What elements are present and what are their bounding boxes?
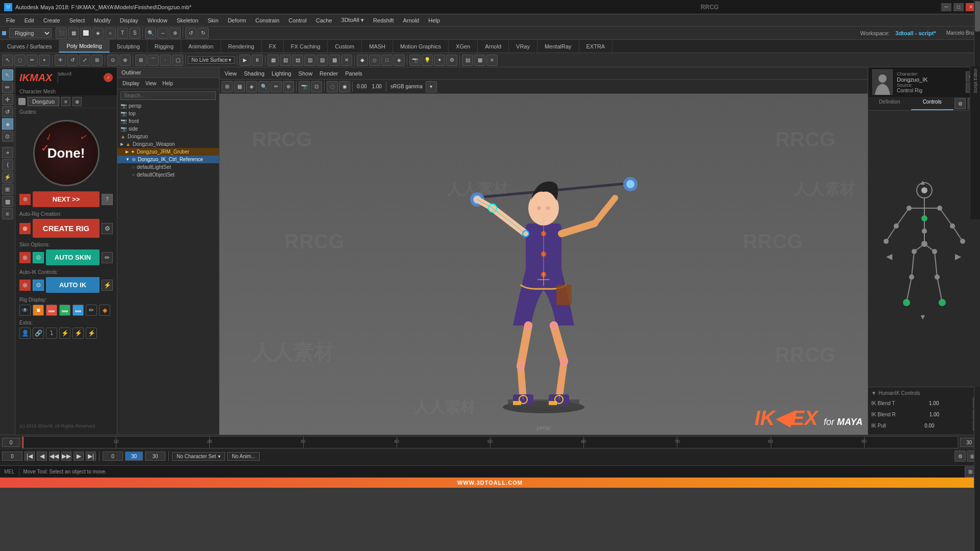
tab-animation[interactable]: Animation — [181, 40, 221, 53]
right-options-icon[interactable]: ⚙ — [954, 98, 966, 109]
toolbar-icon-8[interactable]: 🔍 — [145, 28, 156, 39]
reset-icon[interactable]: ⊗ — [19, 194, 31, 205]
reset-skin-icon[interactable]: ⊗ — [19, 252, 31, 263]
viewport-view-menu[interactable]: View — [222, 69, 240, 78]
tb-rotate[interactable]: ↺ — [67, 55, 78, 66]
viewport-panels-menu[interactable]: Panels — [342, 69, 365, 78]
snap-icon[interactable]: ⌖ — [2, 147, 13, 158]
tb-grid3[interactable]: ▤ — [292, 55, 303, 66]
vp-tb-4[interactable]: 🔍 — [258, 81, 270, 92]
tb-paint[interactable]: ✏ — [27, 55, 38, 66]
menu-edit[interactable]: Edit — [20, 16, 38, 24]
tb-mat3[interactable]: □ — [381, 55, 393, 66]
btn-next-frame[interactable]: ▶ — [74, 452, 84, 461]
tb-grid6[interactable]: ▩ — [329, 55, 340, 66]
minimize-button[interactable]: ─ — [941, 3, 951, 11]
tb-light[interactable]: 💡 — [422, 55, 433, 66]
menu-arnold[interactable]: Arnold — [399, 16, 423, 24]
viewport-shading-menu[interactable]: Shading — [241, 69, 267, 78]
outliner-item-dongzuo[interactable]: ▲ Dongzuo — [117, 133, 219, 140]
no-anim-layer[interactable]: No Anim... — [227, 452, 260, 461]
tab-rigging[interactable]: Rigging — [148, 40, 181, 53]
mode-dropdown[interactable]: Rigging Animation Modeling — [9, 28, 52, 38]
timeline-start-input[interactable] — [2, 438, 20, 447]
tl-icon-1[interactable]: ⚙ — [954, 450, 966, 462]
tb-snap-curve[interactable]: ⌒ — [148, 55, 159, 66]
tab-curves-surfaces[interactable]: Curves / Surfaces — [0, 40, 59, 53]
dongzuo-button[interactable]: Dongzuo — [28, 97, 59, 106]
quick-sel-icon[interactable]: ⚡ — [2, 171, 13, 183]
tb-ipr[interactable]: ⏸ — [252, 55, 263, 66]
rd-green-icon[interactable]: ▬ — [59, 305, 70, 316]
rd-eye-icon[interactable]: 👁 — [19, 305, 31, 316]
ik-extra-icon[interactable]: ⚡ — [102, 280, 113, 291]
vp-tb-shaded[interactable]: ◉ — [339, 81, 350, 92]
toolbar-icon-12[interactable]: ↻ — [198, 28, 209, 39]
time-current-input[interactable] — [2, 452, 22, 461]
viewport-show-menu[interactable]: Show — [296, 69, 316, 78]
toolbar-icon-1[interactable]: ⬛ — [56, 28, 67, 39]
menu-control[interactable]: Control — [284, 16, 310, 24]
tb-lasso[interactable]: ◌ — [14, 55, 26, 66]
outliner-search-input[interactable] — [120, 91, 216, 100]
menu-cache[interactable]: Cache — [312, 16, 336, 24]
tab-fx[interactable]: FX — [262, 40, 284, 53]
outliner-item-top[interactable]: 📷 top — [117, 110, 219, 117]
extra-connect-icon[interactable]: 🔗 — [33, 328, 44, 339]
tb-attr[interactable]: ⚙ — [446, 55, 457, 66]
extra-bolt-icon[interactable]: ⚡ — [59, 328, 70, 339]
component-icon[interactable]: ◈ — [2, 118, 13, 130]
extra-bolt3-icon[interactable]: ⚡ — [86, 328, 97, 339]
playback-end-input[interactable] — [125, 452, 143, 461]
vp-tb-iso[interactable]: ⊡ — [311, 81, 322, 92]
menu-window[interactable]: Window — [143, 16, 172, 24]
grid-icon[interactable]: ▦ — [2, 196, 13, 207]
btn-prev-frame[interactable]: ◀ — [37, 452, 47, 461]
outliner-item-persp[interactable]: 📷 persp — [117, 102, 219, 110]
vp-tb-1[interactable]: ⊞ — [222, 81, 233, 92]
no-character-set[interactable]: No Character Set ▾ — [172, 452, 225, 461]
tb-snap-grid[interactable]: ⊞ — [135, 55, 146, 66]
tb-ch1[interactable]: ▤ — [462, 55, 473, 66]
rd-pen-icon[interactable]: ✏ — [86, 305, 97, 316]
soft-select-icon[interactable]: ⊙ — [2, 131, 13, 142]
tab-extra[interactable]: EXTRA — [579, 40, 613, 53]
skeleton-view[interactable]: ◀ ▶ ▲ ▼ — [868, 111, 980, 387]
tab-sculpting[interactable]: Sculpting — [110, 40, 148, 53]
timeline-track[interactable]: 0 10 20 30 40 50 60 70 80 90 — [22, 436, 958, 448]
toolbar-icon-5[interactable]: ⟐ — [105, 28, 116, 39]
reset-rig-icon[interactable]: ⊗ — [19, 223, 31, 234]
toolbar-icon-11[interactable]: ↺ — [185, 28, 197, 39]
tab-rendering[interactable]: Rendering — [221, 40, 262, 53]
create-rig-button[interactable]: CREATE RIG — [33, 219, 100, 238]
rd-cube-icon[interactable]: ■ — [33, 305, 44, 316]
tb-grid4[interactable]: ▥ — [304, 55, 315, 66]
collapse-icon[interactable]: ▼ — [871, 390, 876, 396]
toolbar-icon-2[interactable]: ▦ — [68, 28, 79, 39]
tb-grid1[interactable]: ▦ — [267, 55, 279, 66]
tab-xgen[interactable]: XGen — [449, 40, 478, 53]
select-tool-icon[interactable]: ↖ — [2, 69, 13, 81]
toolbar-icon-9[interactable]: ↔ — [157, 28, 168, 39]
outliner-item-jrm[interactable]: ▶ ✦ Dongzuo_JRM_Gruber — [117, 148, 219, 156]
no-live-surface[interactable]: No Live Surface ▾ — [188, 56, 235, 64]
toolbar-icon-6[interactable]: T — [117, 28, 128, 39]
menu-3dtoall[interactable]: 3DtoAll ▾ — [337, 16, 369, 24]
toolbar-icon-10[interactable]: ⊕ — [169, 28, 181, 39]
range-end-input[interactable] — [145, 452, 165, 461]
tb-snap-view[interactable]: ▢ — [172, 55, 183, 66]
vp-tb-5[interactable]: ✏ — [271, 81, 282, 92]
outliner-item-front[interactable]: 📷 front — [117, 117, 219, 125]
tb-mat2[interactable]: ◇ — [369, 55, 380, 66]
menu-help[interactable]: Help — [424, 16, 444, 24]
menu-redshift[interactable]: Redshift — [369, 16, 398, 24]
btn-play-fwd[interactable]: ▶▶ — [61, 452, 71, 461]
tb-grid2[interactable]: ▧ — [280, 55, 291, 66]
vp-tb-cam[interactable]: 📷 — [299, 81, 310, 92]
vp-tb-wire[interactable]: ◌ — [327, 81, 338, 92]
tb-mat1[interactable]: ◆ — [357, 55, 368, 66]
rd-blue-icon[interactable]: ▬ — [72, 305, 84, 316]
tb-select[interactable]: ↖ — [2, 55, 13, 66]
move-icon[interactable]: ✛ — [2, 94, 13, 105]
outliner-item-ik-ctrl[interactable]: ▼ ⊕ Dongzuo_IK_Ctrl_Reference — [117, 156, 219, 163]
